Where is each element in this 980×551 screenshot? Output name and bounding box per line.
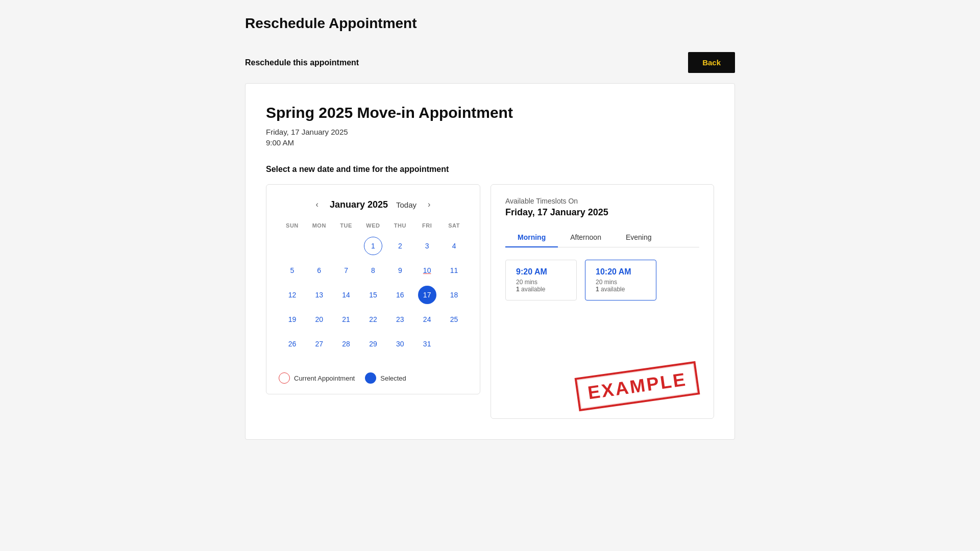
- day-15[interactable]: 15: [364, 286, 382, 304]
- day-29[interactable]: 29: [364, 335, 382, 353]
- calendar-day-cell: 24: [413, 307, 440, 332]
- day-2[interactable]: 2: [391, 237, 409, 255]
- day-10[interactable]: 10: [418, 261, 436, 280]
- calendar-day-cell: 17: [413, 283, 440, 307]
- reschedule-label: Reschedule this appointment: [245, 58, 359, 67]
- day-19[interactable]: 19: [283, 310, 301, 329]
- back-button[interactable]: Back: [688, 52, 735, 73]
- calendar-day-cell: 13: [306, 283, 333, 307]
- calendar-day-cell: 28: [333, 332, 360, 356]
- timeslot-panel: Available Timeslots On Friday, 17 Januar…: [491, 184, 714, 419]
- weekday-header: SUN: [279, 222, 306, 234]
- calendar-day-cell: 10: [413, 258, 440, 283]
- legend-current: Current Appointment: [279, 372, 355, 384]
- timeslot-header: Available Timeslots On Friday, 17 Januar…: [505, 197, 699, 218]
- calendar-day-cell: 11: [440, 258, 468, 283]
- day-27[interactable]: 27: [310, 335, 328, 353]
- day-7[interactable]: 7: [337, 261, 355, 280]
- calendar-day-cell: [333, 234, 360, 258]
- day-8[interactable]: 8: [364, 261, 382, 280]
- calendar-day-cell: 23: [386, 307, 413, 332]
- calendar-month-label: January 2025: [330, 199, 388, 210]
- calendar-day-cell: 6: [306, 258, 333, 283]
- calendar-day-cell: [440, 332, 468, 356]
- calendar-day-cell: 8: [360, 258, 387, 283]
- day-25[interactable]: 25: [445, 310, 463, 329]
- available-label: Available Timeslots On: [505, 197, 699, 205]
- day-23[interactable]: 23: [391, 310, 409, 329]
- prev-month-button[interactable]: ‹: [313, 199, 322, 210]
- day-18[interactable]: 18: [445, 286, 463, 304]
- weekday-header: THU: [386, 222, 413, 234]
- calendar-day-cell: 2: [386, 234, 413, 258]
- today-button[interactable]: Today: [396, 201, 416, 209]
- day-20[interactable]: 20: [310, 310, 328, 329]
- day-17[interactable]: 17: [418, 286, 436, 304]
- day-1[interactable]: 1: [364, 237, 382, 255]
- legend-current-label: Current Appointment: [294, 374, 355, 382]
- slot-duration: 20 mins: [596, 279, 646, 286]
- calendar-day-cell: 4: [440, 234, 468, 258]
- day-24[interactable]: 24: [418, 310, 436, 329]
- calendar-grid: SUNMONTUEWEDTHUFRISAT 123456789101112131…: [279, 222, 468, 356]
- legend-selected-label: Selected: [380, 374, 406, 382]
- legend-selected: Selected: [365, 372, 406, 384]
- calendar-day-cell: 26: [279, 332, 306, 356]
- day-3[interactable]: 3: [418, 237, 436, 255]
- day-30[interactable]: 30: [391, 335, 409, 353]
- day-11[interactable]: 11: [445, 261, 463, 280]
- calendar-day-cell: 29: [360, 332, 387, 356]
- day-21[interactable]: 21: [337, 310, 355, 329]
- time-tab-evening[interactable]: Evening: [614, 228, 664, 247]
- calendar-day-cell: 22: [360, 307, 387, 332]
- selected-date-label: Friday, 17 January 2025: [505, 207, 699, 218]
- day-31[interactable]: 31: [418, 335, 436, 353]
- calendar-day-cell: 19: [279, 307, 306, 332]
- calendar-legend: Current Appointment Selected: [279, 365, 468, 384]
- calendar-day-cell: 18: [440, 283, 468, 307]
- appointment-title: Spring 2025 Move-in Appointment: [266, 104, 714, 121]
- slot-time: 9:20 AM: [516, 267, 566, 277]
- time-tab-morning[interactable]: Morning: [505, 228, 558, 247]
- day-26[interactable]: 26: [283, 335, 301, 353]
- day-12[interactable]: 12: [283, 286, 301, 304]
- calendar-day-cell: 30: [386, 332, 413, 356]
- calendar-day-cell: [279, 234, 306, 258]
- calendar-day-cell: 3: [413, 234, 440, 258]
- slot-time: 10:20 AM: [596, 267, 646, 277]
- day-22[interactable]: 22: [364, 310, 382, 329]
- calendar-day-cell: 9: [386, 258, 413, 283]
- current-appointment-icon: [279, 372, 290, 384]
- calendar-day-cell: 21: [333, 307, 360, 332]
- time-tabs: MorningAfternoonEvening: [505, 228, 699, 247]
- day-28[interactable]: 28: [337, 335, 355, 353]
- weekday-header: TUE: [333, 222, 360, 234]
- weekday-header: FRI: [413, 222, 440, 234]
- calendar-day-cell: 7: [333, 258, 360, 283]
- calendar-panel: ‹ January 2025 Today › SUNMONTUEWEDTHUFR…: [266, 184, 480, 394]
- slot-card-1[interactable]: 10:20 AM20 mins1 available: [585, 260, 656, 300]
- day-5[interactable]: 5: [283, 261, 301, 280]
- calendar-day-cell: 15: [360, 283, 387, 307]
- day-14[interactable]: 14: [337, 286, 355, 304]
- selected-icon: [365, 372, 376, 384]
- calendar-day-cell: 27: [306, 332, 333, 356]
- calendar-day-cell: 12: [279, 283, 306, 307]
- day-13[interactable]: 13: [310, 286, 328, 304]
- page-title: Reschedule Appointment: [245, 15, 735, 32]
- calendar-day-cell: 5: [279, 258, 306, 283]
- calendar-day-cell: 1: [360, 234, 387, 258]
- day-4[interactable]: 4: [445, 237, 463, 255]
- weekday-header: MON: [306, 222, 333, 234]
- weekday-header: WED: [360, 222, 387, 234]
- slot-card-0[interactable]: 9:20 AM20 mins1 available: [505, 260, 577, 300]
- day-9[interactable]: 9: [391, 261, 409, 280]
- example-stamp: EXAMPLE: [575, 361, 700, 412]
- main-card: Spring 2025 Move-in Appointment Friday, …: [245, 83, 735, 440]
- time-tab-afternoon[interactable]: Afternoon: [558, 228, 614, 247]
- day-6[interactable]: 6: [310, 261, 328, 280]
- calendar-day-cell: 31: [413, 332, 440, 356]
- section-label: Select a new date and time for the appoi…: [266, 165, 714, 174]
- next-month-button[interactable]: ›: [425, 199, 433, 210]
- day-16[interactable]: 16: [391, 286, 409, 304]
